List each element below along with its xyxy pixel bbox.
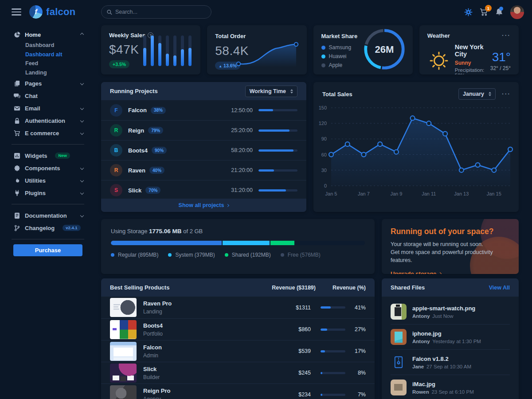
- product-category[interactable]: Landing: [143, 309, 172, 315]
- sidebar-item-plugins[interactable]: Plugins: [13, 187, 96, 199]
- file-row[interactable]: apple-smart-watch.pngAntony Just Now: [391, 299, 510, 324]
- sidebar-item-dashboard[interactable]: Dashboard: [13, 41, 96, 50]
- project-name[interactable]: Slick: [128, 187, 141, 194]
- file-name[interactable]: Falcon v1.8.2: [412, 356, 471, 362]
- sidebar-item-utilities[interactable]: Utilities: [13, 174, 96, 187]
- best-selling-card: Best Selling Products Revenue ($3189) Re…: [101, 278, 375, 399]
- project-row[interactable]: FFalcon38%12:50:00: [101, 100, 306, 120]
- project-row[interactable]: SSlick70%31:20:00: [101, 180, 306, 200]
- sidebar-item-pages[interactable]: Pages: [13, 77, 96, 90]
- file-info: Falcon v1.8.2Jane 27 Sep at 10:30 AM: [412, 356, 471, 369]
- cart-icon[interactable]: 1: [480, 8, 488, 16]
- main-content: Weekly Sales ? $47K +3.5% Total Order 58…: [101, 24, 519, 399]
- product-row[interactable]: FalconAdmin$53917%: [101, 340, 375, 362]
- svg-text:Jan 13: Jan 13: [454, 191, 469, 196]
- sidebar-item-changelog[interactable]: Changelogv2.4.1: [13, 222, 96, 234]
- sidebar-item-chat[interactable]: Chat: [13, 90, 96, 102]
- settings-gear-icon[interactable]: [464, 8, 473, 16]
- weather-condition: Sunny: [455, 60, 486, 66]
- product-name[interactable]: Boots4: [143, 322, 163, 329]
- file-name[interactable]: apple-smart-watch.png: [412, 305, 475, 312]
- project-name[interactable]: Falcon: [128, 107, 147, 113]
- search-input[interactable]: [115, 9, 206, 15]
- sidebar-item-label: Components: [25, 165, 60, 172]
- product-row[interactable]: Reign ProAgency$2347%: [101, 383, 375, 399]
- user-avatar[interactable]: [510, 5, 524, 19]
- revenue-column-header: Revenue ($3189): [272, 285, 316, 291]
- storage-card: Using Storage 1775.06 MB of 2 GB Regular…: [101, 219, 375, 274]
- sidebar-divider: [12, 204, 84, 204]
- project-name[interactable]: Raven: [128, 167, 145, 174]
- project-row[interactable]: BBoots490%58:20:00: [101, 140, 306, 160]
- project-avatar: S: [110, 184, 122, 196]
- notifications-bell-icon[interactable]: [495, 8, 503, 16]
- project-avatar: R: [110, 124, 122, 137]
- sidebar-item-e-commerce[interactable]: E commerce: [13, 127, 96, 139]
- storage-progress-bar: [111, 241, 365, 245]
- file-name[interactable]: iphone.jpg: [412, 330, 481, 337]
- product-category[interactable]: Builder: [143, 374, 160, 380]
- product-name[interactable]: Falcon: [143, 344, 162, 351]
- product-row[interactable]: Raven ProLanding$131141%: [101, 297, 375, 318]
- product-row[interactable]: SlickBuilder$2458%: [101, 362, 375, 383]
- file-row[interactable]: Falcon v1.8.2Jane 27 Sep at 10:30 AM: [391, 349, 510, 375]
- products-files-row: Best Selling Products Revenue ($3189) Re…: [101, 278, 519, 399]
- sidebar-item-dashboard-alt[interactable]: Dashboard alt: [13, 50, 96, 59]
- working-time-select[interactable]: Working Time: [245, 86, 297, 97]
- project-progress-bar: [258, 169, 297, 172]
- file-thumbnail: [391, 379, 407, 395]
- sidebar-item-documentation[interactable]: Documentation: [13, 209, 96, 222]
- sidebar-item-feed[interactable]: Feed: [13, 59, 96, 68]
- file-name[interactable]: iMac.jpg: [412, 381, 474, 387]
- show-all-projects-link[interactable]: Show all projects: [101, 199, 306, 212]
- product-name[interactable]: Reign Pro: [143, 387, 170, 394]
- shared-files-card: Shared Files View All apple-smart-watch.…: [382, 278, 519, 399]
- product-category[interactable]: Portfolio: [143, 331, 163, 337]
- search-box[interactable]: [101, 5, 211, 19]
- file-row[interactable]: iMac.jpgRowen 23 Sep at 6:10 PM: [391, 375, 510, 399]
- project-row[interactable]: RRaven40%21:20:00: [101, 160, 306, 180]
- falcon-logo-icon: f: [29, 5, 43, 19]
- weather-menu-icon[interactable]: ···: [502, 32, 511, 39]
- project-row[interactable]: RReign79%25:20:00: [101, 120, 306, 140]
- sidebar-item-authentication[interactable]: Authentication: [13, 114, 96, 127]
- book-icon: [13, 212, 20, 219]
- sidebar-item-home[interactable]: Home: [13, 28, 96, 41]
- view-all-link[interactable]: View All: [489, 285, 510, 291]
- month-select[interactable]: January: [458, 88, 496, 100]
- product-info: SlickBuilder: [143, 366, 160, 380]
- upgrade-storage-link[interactable]: Upgrade storage: [391, 270, 510, 274]
- market-share-title: Market Share: [321, 33, 358, 39]
- cart-icon: [13, 130, 20, 137]
- project-name[interactable]: Boots4: [128, 147, 148, 154]
- total-sales-menu-icon[interactable]: ···: [502, 90, 511, 98]
- utilities-icon: [13, 177, 20, 184]
- top-navbar: f falcon 1: [0, 0, 532, 24]
- sidebar-item-widgets[interactable]: WidgetsNew: [13, 149, 96, 162]
- weekly-bar: [158, 35, 161, 66]
- select-arrows-icon: [290, 89, 293, 94]
- product-category[interactable]: Admin: [143, 352, 162, 359]
- sidebar-item-landing[interactable]: Landing: [13, 68, 96, 78]
- file-author: Antony: [412, 313, 430, 319]
- storage-legend-item: Free (576MB): [281, 252, 321, 258]
- project-name[interactable]: Reign: [128, 127, 144, 134]
- menu-toggle-icon[interactable]: [12, 7, 21, 17]
- product-name[interactable]: Raven Pro: [143, 300, 172, 307]
- product-row[interactable]: Boots4Portfolio$86027%: [101, 318, 375, 340]
- sidebar-divider: [12, 144, 84, 145]
- storage-segment: [223, 241, 270, 245]
- branch-icon: [13, 225, 20, 231]
- weekly-bar: [143, 35, 146, 66]
- sidebar-item-email[interactable]: Email: [13, 102, 96, 114]
- file-author: Jane: [412, 364, 424, 369]
- purchase-button[interactable]: Purchase: [13, 244, 82, 256]
- product-category[interactable]: Agency: [143, 396, 170, 399]
- stats-row: Weekly Sales ? $47K +3.5% Total Order 58…: [101, 25, 519, 74]
- storage-segment: [270, 241, 294, 245]
- product-name[interactable]: Slick: [143, 366, 160, 372]
- sidebar-item-components[interactable]: Components: [13, 162, 96, 174]
- file-row[interactable]: iphone.jpgAntony Yesterday at 1:30 PM: [391, 324, 510, 349]
- falcon-logo[interactable]: f falcon: [29, 5, 76, 19]
- widgets-icon: [13, 153, 20, 159]
